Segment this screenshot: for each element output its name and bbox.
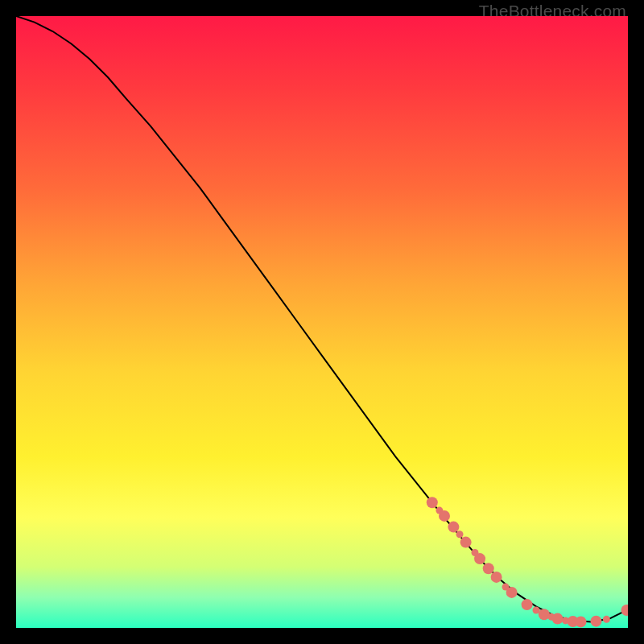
data-marker — [491, 572, 502, 583]
data-marker — [539, 609, 550, 620]
data-marker — [575, 616, 586, 627]
data-marker — [533, 606, 540, 613]
chart-svg — [16, 16, 628, 628]
data-marker — [439, 510, 450, 522]
data-marker — [506, 587, 518, 598]
chart-stage: TheBottleneck.com — [0, 0, 644, 644]
data-marker — [552, 613, 564, 625]
data-marker — [603, 616, 610, 623]
data-marker — [522, 599, 533, 610]
chart-background — [16, 16, 628, 628]
data-marker — [427, 497, 438, 508]
data-marker — [456, 530, 464, 538]
data-marker — [448, 522, 459, 533]
plot-area — [16, 16, 628, 628]
data-marker — [590, 616, 601, 627]
data-marker — [483, 563, 494, 574]
data-marker — [474, 553, 485, 564]
data-marker — [460, 537, 472, 548]
